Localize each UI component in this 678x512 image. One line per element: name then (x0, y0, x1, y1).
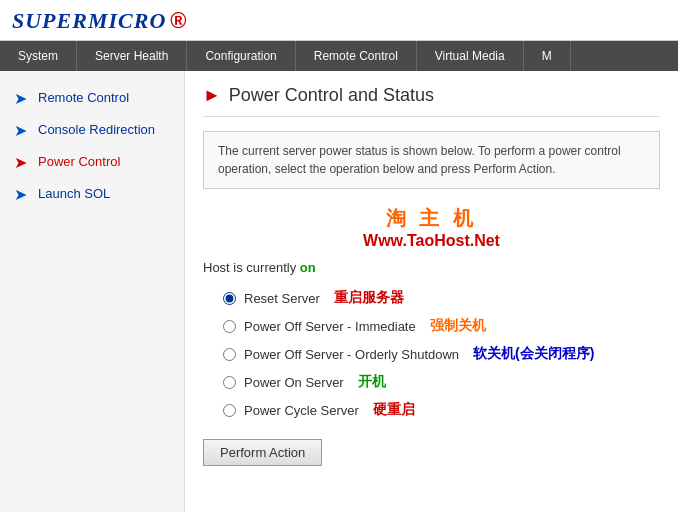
radio-power-on[interactable] (223, 376, 236, 389)
watermark-cn-text: 淘 主 机 (203, 205, 660, 232)
cn-label-power-cycle: 硬重启 (373, 401, 415, 419)
sidebar-item-launch-sol[interactable]: ➤ Launch SOL (0, 177, 184, 209)
sidebar-label-console-redirection: Console Redirection (38, 122, 155, 137)
sidebar-item-console-redirection[interactable]: ➤ Console Redirection (0, 113, 184, 145)
sidebar-label-remote-control: Remote Control (38, 90, 129, 105)
page-title-bar: ► Power Control and Status (203, 85, 660, 117)
cn-label-power-on: 开机 (358, 373, 386, 391)
content-area: ➤ Remote Control ➤ Console Redirection ➤… (0, 71, 678, 512)
sidebar-label-power-control: Power Control (38, 154, 120, 169)
nav-more[interactable]: M (524, 41, 571, 71)
nav-configuration[interactable]: Configuration (187, 41, 295, 71)
radio-row-power-off-orderly: Power Off Server - Orderly Shutdown 软关机(… (223, 345, 660, 363)
navbar: System Server Health Configuration Remot… (0, 41, 678, 71)
main-panel: ► Power Control and Status The current s… (185, 71, 678, 512)
sidebar-item-remote-control[interactable]: ➤ Remote Control (0, 81, 184, 113)
radio-power-cycle[interactable] (223, 404, 236, 417)
sidebar-label-launch-sol: Launch SOL (38, 186, 110, 201)
nav-system[interactable]: System (0, 41, 77, 71)
arrow-right-icon: ➤ (14, 89, 30, 105)
info-text: The current server power status is shown… (218, 144, 621, 176)
header: SUPERMICRO® (0, 0, 678, 41)
radio-row-power-on: Power On Server 开机 (223, 373, 660, 391)
perform-action-area: Perform Action (203, 439, 660, 466)
power-icon: ► (203, 85, 221, 106)
radio-label-power-on[interactable]: Power On Server (244, 375, 344, 390)
radio-power-off-orderly[interactable] (223, 348, 236, 361)
power-action-group: Reset Server 重启服务器 Power Off Server - Im… (223, 289, 660, 419)
watermark: 淘 主 机 Www.TaoHost.Net (203, 205, 660, 250)
radio-row-power-cycle: Power Cycle Server 硬重启 (223, 401, 660, 419)
page-title: Power Control and Status (229, 85, 434, 106)
logo-text: SUPERMICRO (12, 8, 166, 34)
perform-action-button[interactable]: Perform Action (203, 439, 322, 466)
cn-label-reset-server: 重启服务器 (334, 289, 404, 307)
radio-label-power-cycle[interactable]: Power Cycle Server (244, 403, 359, 418)
radio-label-power-off-orderly[interactable]: Power Off Server - Orderly Shutdown (244, 347, 459, 362)
radio-reset-server[interactable] (223, 292, 236, 305)
status-prefix: Host is currently (203, 260, 300, 275)
sidebar-item-power-control[interactable]: ➤ Power Control (0, 145, 184, 177)
arrow-right-icon: ➤ (14, 185, 30, 201)
radio-label-reset-server[interactable]: Reset Server (244, 291, 320, 306)
radio-label-power-off-immediate[interactable]: Power Off Server - Immediate (244, 319, 416, 334)
arrow-right-icon: ➤ (14, 153, 30, 169)
info-box: The current server power status is shown… (203, 131, 660, 189)
arrow-right-icon: ➤ (14, 121, 30, 137)
logo: SUPERMICRO® (12, 8, 666, 34)
nav-server-health[interactable]: Server Health (77, 41, 187, 71)
cn-label-power-off-orderly: 软关机(会关闭程序) (473, 345, 594, 363)
nav-remote-control[interactable]: Remote Control (296, 41, 417, 71)
radio-row-power-off-immediate: Power Off Server - Immediate 强制关机 (223, 317, 660, 335)
radio-power-off-immediate[interactable] (223, 320, 236, 333)
nav-virtual-media[interactable]: Virtual Media (417, 41, 524, 71)
watermark-url-text: Www.TaoHost.Net (203, 232, 660, 250)
cn-label-power-off-immediate: 强制关机 (430, 317, 486, 335)
status-value: on (300, 260, 316, 275)
logo-dot: ® (170, 8, 186, 34)
radio-row-reset: Reset Server 重启服务器 (223, 289, 660, 307)
host-status: Host is currently on (203, 260, 660, 275)
sidebar: ➤ Remote Control ➤ Console Redirection ➤… (0, 71, 185, 512)
